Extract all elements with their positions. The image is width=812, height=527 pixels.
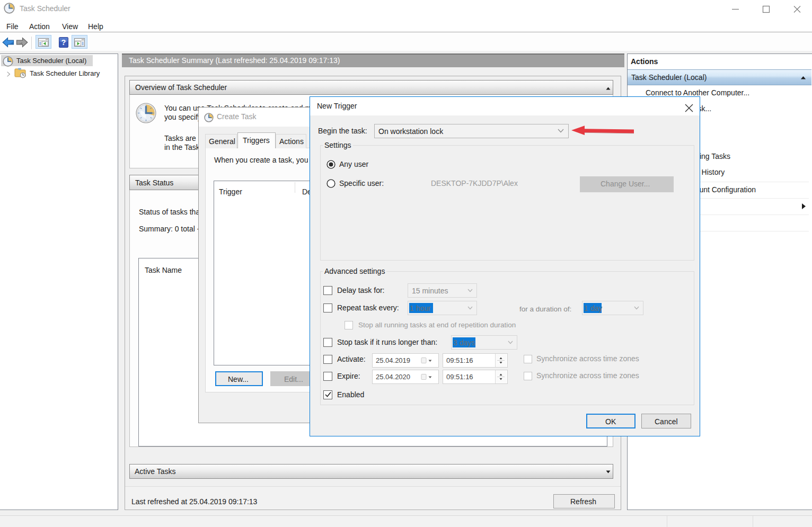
svg-text:?: ? [61,38,66,47]
